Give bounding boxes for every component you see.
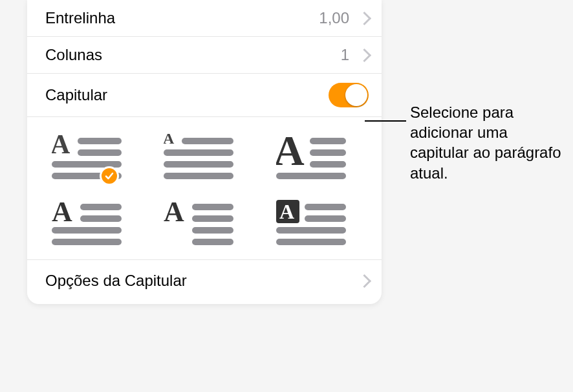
svg-rect-12	[310, 149, 346, 156]
drop-cap-toggle[interactable]	[329, 83, 369, 107]
svg-text:A: A	[164, 133, 175, 147]
line-spacing-label: Entrelinha	[45, 9, 115, 27]
svg-rect-8	[164, 161, 233, 168]
svg-rect-22	[192, 215, 233, 222]
svg-rect-28	[305, 215, 346, 222]
svg-rect-14	[276, 173, 346, 179]
svg-rect-2	[78, 149, 122, 156]
svg-rect-11	[310, 138, 346, 144]
drop-cap-style-2[interactable]: A	[164, 133, 236, 184]
svg-rect-24	[192, 239, 233, 245]
svg-text:A: A	[52, 199, 72, 228]
checkmark-icon	[100, 166, 119, 186]
drop-cap-style-5[interactable]: A	[164, 199, 236, 250]
row-line-spacing[interactable]: Entrelinha 1,00	[27, 0, 382, 37]
svg-rect-18	[52, 227, 122, 234]
svg-rect-19	[52, 239, 122, 245]
drop-cap-style-3[interactable]: A	[276, 133, 349, 184]
svg-rect-17	[80, 215, 122, 222]
row-drop-cap: Capitular	[27, 74, 382, 117]
chevron-right-icon	[361, 274, 369, 287]
svg-rect-21	[192, 204, 233, 210]
drop-cap-styles-grid: A A A	[27, 117, 382, 260]
drop-cap-style-1[interactable]: A	[52, 133, 124, 184]
format-panel: Entrelinha 1,00 Colunas 1 Capitular A	[27, 0, 382, 304]
svg-rect-30	[276, 239, 346, 245]
svg-text:A: A	[52, 133, 70, 159]
drop-cap-options-label: Opções da Capitular	[45, 272, 187, 290]
line-spacing-value: 1,00	[319, 9, 349, 27]
drop-cap-label: Capitular	[45, 86, 107, 104]
svg-text:A: A	[276, 133, 305, 174]
svg-rect-29	[276, 227, 346, 234]
svg-rect-16	[80, 204, 122, 210]
chevron-right-icon	[361, 49, 369, 61]
svg-rect-27	[305, 204, 346, 210]
svg-rect-13	[310, 161, 346, 168]
svg-rect-1	[78, 138, 122, 144]
svg-rect-6	[182, 138, 233, 144]
drop-cap-style-6[interactable]: A	[276, 199, 349, 250]
svg-rect-9	[164, 173, 233, 179]
toggle-knob	[345, 84, 367, 106]
svg-text:A: A	[164, 199, 184, 228]
callout-line	[365, 120, 406, 122]
svg-rect-7	[164, 149, 233, 156]
drop-cap-style-4[interactable]: A	[52, 199, 124, 250]
columns-value: 1	[341, 46, 349, 64]
row-columns[interactable]: Colunas 1	[27, 37, 382, 74]
callout-text: Selecione para adicionar uma capitular a…	[410, 102, 565, 183]
columns-label: Colunas	[45, 46, 102, 64]
chevron-right-icon	[361, 12, 369, 25]
row-drop-cap-options[interactable]: Opções da Capitular	[27, 260, 382, 301]
svg-text:A: A	[279, 200, 294, 223]
svg-rect-23	[192, 227, 233, 234]
